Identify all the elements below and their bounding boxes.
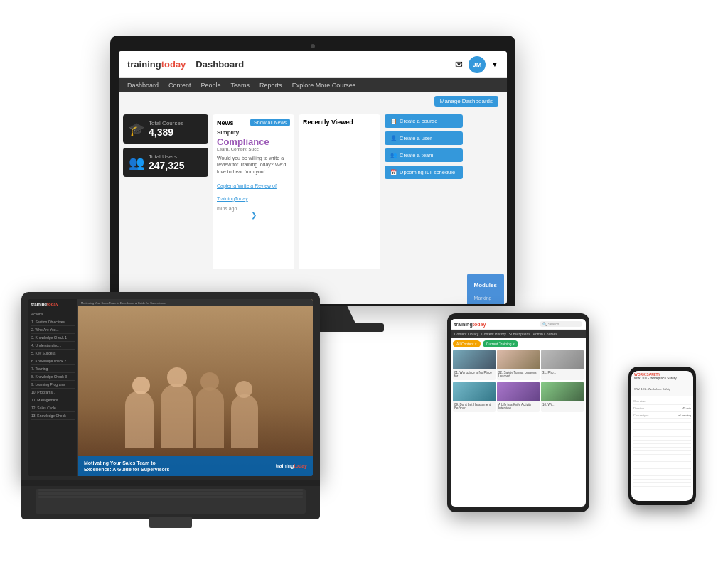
laptop-menu-item-7[interactable]: 7. Training xyxy=(31,365,75,373)
phone-status-text: WW. 101 - Workplace Safety xyxy=(634,387,670,391)
laptop-menu-item-8[interactable]: 8. Knowledge Check 3 xyxy=(31,373,75,381)
today-text: today xyxy=(161,59,186,70)
tablet-card-1[interactable]: 22. Safety Turmo: Lessons Learned xyxy=(497,350,540,380)
create-team-label: Create a team xyxy=(400,152,434,158)
laptop-menu-item-10[interactable]: 10. Programs... xyxy=(31,389,75,396)
laptop-screen-wrapper: trainingtoday Actions 1. Section Objecti… xyxy=(21,292,320,480)
tablet-card-text-2: 31. Pho... xyxy=(541,369,584,376)
tablet-body: trainingtoday 🔍 Search... Content Librar… xyxy=(447,313,589,512)
nav-teams[interactable]: Teams xyxy=(231,82,250,89)
phone-row-label-1: Duration xyxy=(633,406,644,410)
nav-people[interactable]: People xyxy=(201,82,221,89)
mail-icon[interactable]: ✉ xyxy=(455,59,463,70)
laptop-menu-item-11[interactable]: 11. Management xyxy=(31,396,75,404)
news-logo-line2: Compliance xyxy=(217,136,269,147)
laptop-menu-item-3[interactable]: 3. Knowledge Check 1 xyxy=(31,334,75,342)
keyboard-row-1 xyxy=(38,489,303,491)
phone-row-0: Overview xyxy=(633,398,691,405)
show-all-news-button[interactable]: Show all News xyxy=(250,119,290,126)
ilt-icon: 📅 xyxy=(390,169,397,175)
actions-column: 📋 Create a course 👤 Create a user 👥 Crea… xyxy=(385,114,463,269)
create-user-icon: 👤 xyxy=(390,135,397,141)
users-label: Total Users xyxy=(149,153,185,160)
laptop-touchpad xyxy=(149,517,192,528)
tablet-nav-history[interactable]: Content History xyxy=(481,332,505,336)
caption-line1: Motivating Your Sales Team to xyxy=(84,460,169,466)
news-link[interactable]: Capterra Write a Review of TrainingToday xyxy=(217,183,277,201)
laptop-base xyxy=(21,480,320,519)
news-title: News xyxy=(217,119,234,126)
create-team-button[interactable]: 👥 Create a team xyxy=(385,148,463,162)
monitor-camera xyxy=(311,44,315,48)
courses-stat: Total Courses 4,389 xyxy=(149,120,183,138)
news-header: News Show all News xyxy=(217,119,290,126)
create-course-button[interactable]: 📋 Create a course xyxy=(385,114,463,128)
courses-icon: 🎓 xyxy=(129,121,144,137)
training-text: training xyxy=(127,59,161,70)
phone-row-21 xyxy=(633,483,691,487)
users-stat: Total Users 247,325 xyxy=(149,153,185,171)
tablet-card-3[interactable]: 09. Don't Let Harassment Be Your... xyxy=(453,382,496,412)
avatar[interactable]: JM xyxy=(469,56,486,73)
phone-screen: WORK SAFETY WW. 101 - Workplace Safety W… xyxy=(631,371,693,501)
laptop-menu-item-13[interactable]: 13. Knowledge Check xyxy=(31,412,75,420)
monitor: trainingtoday Dashboard ✉ JM ▼ Dashboard… xyxy=(110,36,515,334)
phone-row-val-1: 45 min xyxy=(682,406,691,410)
courses-value: 4,389 xyxy=(149,126,183,138)
laptop-menu-item-1[interactable]: 1. Section Objectives xyxy=(31,318,75,326)
progress-bar-area: Motivating Your Sales Team to Excellence… xyxy=(78,299,313,306)
tablet-card-0[interactable]: 01. Workplace is No Place for... xyxy=(453,350,496,380)
laptop-menu-item-6[interactable]: 6. Knowledge check 2 xyxy=(31,357,75,365)
recently-viewed-panel: Recently Viewed xyxy=(299,114,380,269)
tablet-card-img-3 xyxy=(453,382,496,401)
tablet-card-img-5 xyxy=(541,382,584,401)
laptop-menu-item-2[interactable]: 2. Who Are You... xyxy=(31,326,75,334)
tablet-search-box[interactable]: 🔍 Search... xyxy=(540,321,582,327)
news-logo: Simplify Compliance Learn, Comply, Succ xyxy=(217,129,290,152)
tablet-filter-current[interactable]: Current Training × xyxy=(483,340,518,347)
tablet-filter-all[interactable]: All Content × xyxy=(453,340,481,347)
tablet-card-4[interactable]: A Life is a Knife Activity Interview xyxy=(497,382,540,412)
nav-reports[interactable]: Reports xyxy=(259,82,282,89)
tablet-card-5[interactable]: 10. Wi... xyxy=(541,382,584,412)
tablet-nav-admin[interactable]: Admin Courses xyxy=(533,332,557,336)
person-1 xyxy=(125,391,154,448)
caption-brand: trainingtoday xyxy=(276,463,307,468)
users-icon: 👥 xyxy=(129,155,144,171)
news-logo-line1: Simplify xyxy=(217,129,290,136)
create-team-icon: 👥 xyxy=(390,152,397,158)
laptop-menu-item-0[interactable]: Actions xyxy=(31,310,75,318)
news-chevron[interactable]: ❯ xyxy=(217,211,290,219)
person-2 xyxy=(161,384,193,448)
tablet-card-2[interactable]: 31. Pho... xyxy=(541,350,584,380)
nav-dashboard[interactable]: Dashboard xyxy=(127,82,159,89)
nav-bar: Dashboard Content People Teams Reports E… xyxy=(119,78,507,92)
tablet-card-text-3: 09. Don't Let Harassment Be Your... xyxy=(453,401,496,412)
phone-sub-header: WW. 101 - Workplace Safety xyxy=(634,377,690,380)
create-user-button[interactable]: 👤 Create a user xyxy=(385,131,463,145)
laptop-hero-image: Motivating Your Sales Team to Excellence… xyxy=(78,299,313,476)
manage-dashboards-button[interactable]: Manage Dashboards xyxy=(434,96,498,107)
nav-content[interactable]: Content xyxy=(168,82,191,89)
laptop-main-content: Motivating Your Sales Team to Excellence… xyxy=(78,299,313,476)
modules-subtitle: Marking xyxy=(474,296,492,301)
laptop-menu-item-9[interactable]: 9. Learning Programs xyxy=(31,381,75,389)
tablet-nav-content[interactable]: Content Library xyxy=(454,332,478,336)
chevron-down-icon[interactable]: ▼ xyxy=(491,60,498,68)
news-logo-sub: Learn, Comply, Succ xyxy=(217,147,290,152)
tablet-card-grid: 01. Workplace is No Place for... 22. Saf… xyxy=(453,350,584,412)
laptop-menu-item-5[interactable]: 5. Key Success xyxy=(31,350,75,357)
tablet-card-text-4: A Life is a Knife Activity Interview xyxy=(497,401,540,412)
nav-explore[interactable]: Explore More Courses xyxy=(292,82,356,89)
laptop-menu-item-4[interactable]: 4. Understanding... xyxy=(31,342,75,350)
laptop-menu-item-12[interactable]: 12. Sales Cycle xyxy=(31,404,75,412)
tablet-nav-subscriptions[interactable]: Subscriptions xyxy=(509,332,530,336)
progress-text: Motivating Your Sales Team to Excellence… xyxy=(81,301,165,305)
create-course-icon: 📋 xyxy=(390,118,397,124)
laptop-brand: trainingtoday xyxy=(31,302,75,306)
person-4 xyxy=(231,394,258,448)
upcoming-ilt-button[interactable]: 📅 Upcoming ILT schedule xyxy=(385,166,463,179)
keyboard-row-2 xyxy=(38,492,303,495)
screen-body: 🎓 Total Courses 4,389 👥 Total Users 247,… xyxy=(119,110,507,274)
tablet-card-text-0: 01. Workplace is No Place for... xyxy=(453,369,496,380)
